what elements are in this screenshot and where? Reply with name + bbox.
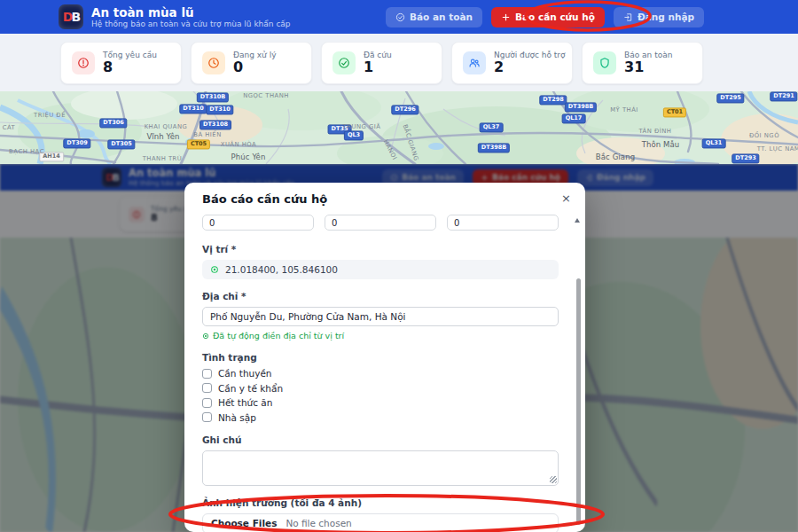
users-icon <box>463 51 486 74</box>
app-title: An toàn mùa lũ <box>91 5 291 20</box>
clock-icon <box>202 51 225 74</box>
road-badge: QL17 <box>562 113 586 123</box>
status-option[interactable]: Hết thức ăn <box>202 397 559 408</box>
status-option[interactable]: Cần thuyền <box>202 368 559 379</box>
stat-card: Tổng yêu cầu8 <box>60 42 182 84</box>
note-field-wrap <box>202 450 559 486</box>
rescue-report-button[interactable]: Báo cần cứu hộ <box>491 7 605 27</box>
place-label: BÁ HIẾN <box>193 131 221 138</box>
place-label: TÂN ĐÌNH <box>639 128 672 135</box>
address-helper-text: Đã tự động điền địa chỉ từ vị trí <box>213 331 344 340</box>
logo-letter-b: B <box>71 10 79 24</box>
map-labels: DT310BDT310DT310DT3108DT306DT309DT305CT0… <box>0 91 798 164</box>
location-coordinates: 21.018400, 105.846100 <box>225 264 338 275</box>
place-label: Vĩnh Yên <box>146 132 179 141</box>
place-label: MỸ THÁI <box>610 106 638 113</box>
stat-card: Báo an toàn31 <box>582 42 703 84</box>
app-logo: DB <box>59 4 83 29</box>
check-circle-icon <box>332 51 356 74</box>
people-count-input[interactable] <box>325 215 436 231</box>
modal-backdrop-section: DB An toàn mùa lũ Hệ thống báo an toàn v… <box>0 164 798 532</box>
stat-card: Đang xử lý0 <box>191 42 312 84</box>
modal-header: Báo cáo cần cứu hộ × <box>184 183 585 215</box>
modal-scrollbar-thumb[interactable] <box>576 278 581 525</box>
people-count-row <box>202 215 559 231</box>
people-count-input[interactable] <box>447 215 559 231</box>
status-option[interactable]: Cần y tế khẩn <box>202 383 559 394</box>
road-badge: DT298 <box>539 95 567 105</box>
location-value-box: 21.018400, 105.846100 <box>202 260 559 279</box>
place-label: TRIỆU ĐỀ <box>34 112 66 119</box>
address-input[interactable] <box>202 307 559 326</box>
status-option[interactable]: Nhà sập <box>202 412 559 423</box>
road-badge: DT310 <box>179 104 207 113</box>
login-button[interactable]: Đăng nhập <box>614 7 704 27</box>
road-badge: DT310 <box>206 105 233 114</box>
road-badge: QL37 <box>480 122 504 132</box>
choose-files-button[interactable]: Choose Files <box>211 518 277 528</box>
stat-value: 31 <box>624 59 672 75</box>
status-option-label: Hết thức ăn <box>218 397 272 408</box>
header-buttons: Báo an toànBáo cần cứu hộĐăng nhập <box>386 7 704 27</box>
place-label: TT. LỤC NAM <box>757 145 798 153</box>
road-badge: DT3108 <box>200 120 231 129</box>
road-badge: DT296 <box>391 105 419 114</box>
address-label: Địa chỉ * <box>202 291 559 301</box>
status-options: Cần thuyềnCần y tế khẩnHết thức ănNhà sậ… <box>202 368 559 423</box>
stat-card: Đã cứu1 <box>321 42 442 84</box>
app-subtitle: Hệ thống báo an toàn và cứu trợ mùa lũ k… <box>91 20 291 29</box>
road-badge: CT01 <box>663 107 686 117</box>
photos-label: Ảnh hiện trường (tối đa 4 ảnh) <box>202 497 559 508</box>
login-icon <box>623 12 633 22</box>
checkbox-icon[interactable] <box>202 369 212 379</box>
shield-icon <box>593 51 616 74</box>
place-label: Thôn Mẫu <box>642 140 680 149</box>
place-label: XUÂN HÒA <box>221 141 257 148</box>
place-label: NGỌC THANH <box>243 92 289 99</box>
check-circle-icon <box>395 12 405 22</box>
stat-label: Người được hỗ trợ <box>494 51 566 59</box>
place-label: CÁT <box>3 124 16 131</box>
road-badge: DT398B <box>478 143 510 153</box>
button-label: Báo an toàn <box>410 12 473 22</box>
road-badge: DT305 <box>107 139 135 149</box>
photo-file-input[interactable]: Choose Files No file chosen <box>202 513 559 532</box>
note-textarea[interactable] <box>202 450 559 486</box>
safe-report-button[interactable]: Báo an toàn <box>386 7 482 27</box>
checkbox-icon[interactable] <box>202 412 212 422</box>
logo-letter-d: D <box>63 10 72 24</box>
road-badge: DT293 <box>732 153 759 163</box>
button-label: Đăng nhập <box>638 12 694 22</box>
status-option-label: Cần thuyền <box>218 368 272 379</box>
alert-circle-icon <box>72 51 95 74</box>
place-label: TRUNG GIÃ <box>343 123 381 130</box>
road-badge: QL31 <box>702 138 726 148</box>
place-label: Phúc Yên <box>231 153 266 161</box>
checkbox-icon[interactable] <box>202 383 212 393</box>
scrollbar-up-arrow-icon[interactable] <box>575 218 580 223</box>
place-label: BẮC GIANG <box>402 123 420 161</box>
place-label: ĐỒI NGÔ <box>749 132 779 139</box>
road-badge: DT291 <box>770 91 797 101</box>
road-badge: DT398B <box>565 102 597 112</box>
place-label: BẠCH HẠC <box>9 148 44 155</box>
page: DB An toàn mùa lũ Hệ thống báo an toàn v… <box>0 0 798 532</box>
road-badge: DT310B <box>197 92 229 102</box>
road-badge: DT295 <box>716 93 744 103</box>
close-icon[interactable]: × <box>561 192 571 204</box>
checkbox-icon[interactable] <box>202 398 212 408</box>
people-count-input[interactable] <box>202 215 314 231</box>
header-titles: An toàn mùa lũ Hệ thống báo an toàn và c… <box>91 5 291 29</box>
stats-row: Tổng yêu cầu8Đang xử lý0Đã cứu1Người đượ… <box>0 34 798 91</box>
plus-icon <box>501 12 511 22</box>
map[interactable]: DT310BDT310DT310DT3108DT306DT309DT305CT0… <box>0 91 798 164</box>
location-pin-icon <box>210 265 219 274</box>
place-label: KHAI QUANG <box>145 123 188 130</box>
stat-card: Người được hỗ trợ2 <box>451 42 573 84</box>
road-badge: QL3 <box>344 130 364 140</box>
place-label: THANH TRÙ <box>143 155 183 162</box>
modal-body: Vị trí * 21.018400, 105.846100 Địa chỉ * <box>184 215 585 532</box>
textarea-resize-handle[interactable] <box>550 476 557 483</box>
button-label: Báo cần cứu hộ <box>515 12 595 22</box>
road-badge: DT306 <box>99 118 127 128</box>
